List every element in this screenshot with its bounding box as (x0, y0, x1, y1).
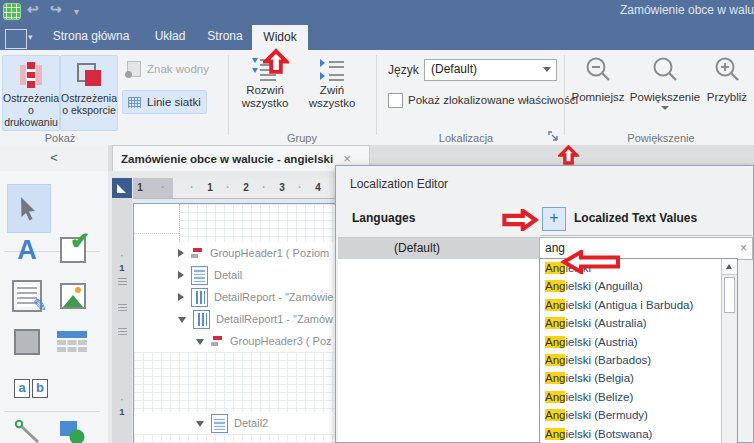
language-option[interactable]: Angielski (Belize) (540, 388, 725, 406)
collapse-arrow-icon[interactable] (178, 317, 186, 323)
option-text: ielski (Botswana) (565, 428, 652, 440)
language-dropdown: Angielski Angielski (Anguilla) Angielski… (539, 258, 738, 443)
tab-strona[interactable]: Strona (200, 22, 250, 50)
language-option[interactable]: Angielski (Austria) (540, 333, 725, 351)
language-combobox[interactable]: (Default) (424, 59, 557, 81)
localization-editor-dialog: Localization Editor Languages + Localize… (335, 165, 754, 443)
show-localized-checkbox[interactable] (388, 93, 403, 108)
character-comb-tool-button[interactable]: a b (12, 373, 50, 403)
ruler-tick: 3 (276, 178, 288, 198)
picture-tool-button[interactable] (58, 281, 88, 311)
ruler-tick: 1 (134, 178, 146, 198)
collapse-all-label: Zwiń wszystko (296, 84, 368, 110)
add-language-button[interactable]: + (542, 207, 566, 231)
language-option[interactable]: Angielski (Belgia) (540, 369, 725, 387)
scroll-up-button[interactable] (722, 259, 737, 275)
language-option[interactable]: Angielski (Australia) (540, 314, 725, 332)
language-option[interactable]: Angielski (Anguilla) (540, 277, 725, 295)
redo-icon[interactable]: ↪ (50, 2, 62, 17)
close-icon[interactable]: × (343, 151, 351, 166)
export-warnings-button[interactable]: Ostrzeżenia o eksporcie (60, 55, 118, 131)
detail-band-icon (191, 266, 208, 285)
band-row-groupheader3[interactable]: GroupHeader3 ( Poz (134, 330, 351, 353)
expand-arrow-icon[interactable] (178, 249, 184, 257)
checkbox-tool-button[interactable]: ✔ (58, 235, 88, 265)
band-label: Detail (214, 269, 242, 281)
document-tab[interactable]: Zamówienie obce w walucie - angielski × (112, 145, 370, 171)
band-row-detail2[interactable]: Detail2 (134, 412, 351, 435)
tab-uklad[interactable]: Układ (146, 22, 194, 50)
language-row-default[interactable]: (Default) (338, 238, 539, 259)
ruler-tick: 2 (240, 178, 252, 198)
label-tool-button[interactable]: A (12, 235, 42, 265)
annotation-arrow-widok-tab (263, 48, 289, 75)
chevron-left-icon: < (50, 150, 58, 165)
band-marker-icon (118, 278, 127, 285)
option-text: ielski (Anguilla) (565, 280, 642, 292)
band-label: Detail2 (234, 417, 268, 429)
print-warnings-button[interactable]: Ostrzeżenia o drukowaniu (2, 55, 60, 131)
table-tool-button[interactable] (54, 327, 90, 357)
label-tool-icon: A (17, 236, 37, 264)
watermark-button[interactable]: Znak wodny (122, 58, 214, 80)
report-canvas[interactable]: GroupHeader1 ( Poziom Detail DetailRepor… (133, 203, 351, 443)
app-menu-icon[interactable] (5, 29, 27, 49)
zoom-in-button[interactable]: Przybliż (700, 55, 754, 141)
localization-dialog-launcher-icon[interactable] (548, 131, 559, 142)
chevron-down-icon[interactable] (661, 106, 669, 110)
app-menu-caret-icon[interactable]: ▾ (28, 30, 33, 45)
band-label: GroupHeader1 ( Poziom (210, 247, 329, 259)
grid-lines-icon (128, 97, 141, 108)
richtext-tool-button[interactable]: ✎ (12, 281, 42, 311)
ruler-tick: · (112, 250, 132, 261)
richtext-tool-icon: ✎ (12, 280, 42, 312)
app-icon[interactable] (3, 3, 21, 20)
toolbox-collapse-button[interactable]: < (0, 145, 109, 172)
language-option[interactable]: Angielski (Barbados) (540, 351, 725, 369)
zoom-menu-button[interactable]: Powiększenie (628, 55, 702, 141)
clear-icon[interactable]: × (740, 241, 747, 255)
group-caption-lokalizacja: Lokalizacja (380, 132, 552, 144)
band-label: DetailReport1 - "Zamów (216, 313, 333, 325)
match-text: Ang (545, 372, 565, 384)
collapse-all-icon (319, 55, 345, 81)
band-row-detailreport1[interactable]: DetailReport1 - "Zamów (134, 308, 351, 331)
undo-icon[interactable]: ↩ (27, 2, 39, 17)
zoom-icon (651, 55, 679, 85)
tab-widok[interactable]: Widok (252, 25, 308, 50)
language-option[interactable]: Angielski (Bermudy) (540, 406, 725, 424)
shape-tool-button[interactable] (56, 418, 88, 443)
group-header-band-icon (191, 247, 204, 259)
band-marker-icon (118, 304, 127, 311)
languages-header: Languages (352, 211, 415, 225)
grid-lines-label: Linie siatki (147, 96, 201, 108)
pointer-tool-button[interactable] (7, 184, 51, 233)
band-row-detailreport[interactable]: DetailReport - "Zamówie (134, 286, 351, 309)
language-option[interactable]: Angielski (Antigua i Barbuda) (540, 296, 725, 314)
margin-guide-line (179, 204, 180, 242)
grid-lines-button[interactable]: Linie siatki (122, 90, 207, 114)
ruler-tick: · (294, 178, 306, 198)
collapse-arrow-icon[interactable] (196, 339, 204, 345)
zoom-out-button[interactable]: Pomniejsz (568, 55, 628, 141)
quick-access-dropdown-icon[interactable]: ▾ (74, 4, 79, 19)
band-content-area[interactable] (134, 434, 350, 443)
chevron-down-icon[interactable] (543, 67, 551, 72)
ruler-tick: · (186, 178, 198, 198)
band-row-groupheader1[interactable]: GroupHeader1 ( Poziom (134, 242, 351, 265)
collapse-all-button[interactable]: Zwiń wszystko (296, 55, 368, 141)
character-comb-icon-b: b (32, 379, 48, 398)
option-text: ielski (Australia) (565, 317, 646, 329)
match-text: Ang (545, 317, 565, 329)
band-row-detail[interactable]: Detail (134, 264, 351, 287)
dropdown-scrollbar[interactable] (721, 259, 737, 443)
panel-tool-button[interactable] (12, 327, 42, 357)
line-tool-button[interactable] (12, 418, 42, 443)
band-content-area[interactable] (134, 352, 350, 413)
expand-arrow-icon[interactable] (178, 293, 184, 301)
scrollbar-thumb[interactable] (724, 277, 735, 313)
collapse-arrow-icon[interactable] (196, 421, 204, 427)
expand-arrow-icon[interactable] (178, 271, 184, 279)
language-option[interactable]: Angielski (Botswana) (540, 425, 725, 443)
tab-strona-glowna[interactable]: Strona główna (42, 22, 140, 50)
